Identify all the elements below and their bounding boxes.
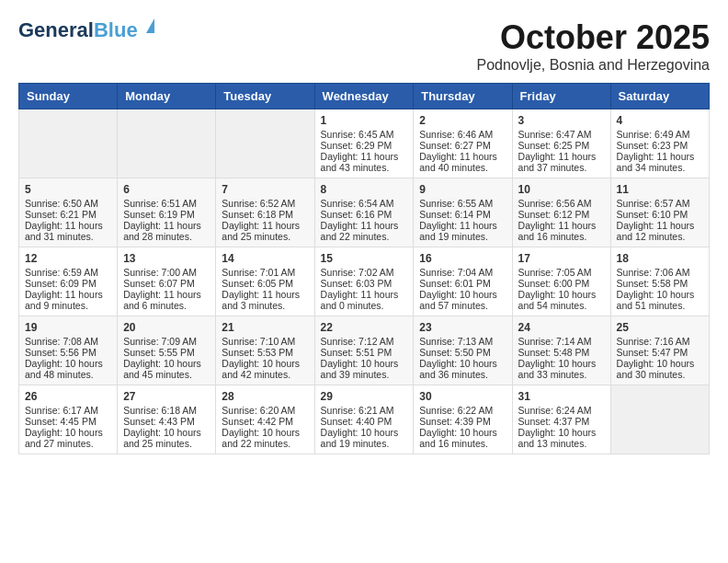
day-info: Sunset: 6:09 PM	[25, 278, 111, 289]
day-info: Sunset: 5:58 PM	[617, 278, 703, 289]
day-info: Daylight: 10 hours	[321, 427, 408, 438]
day-info: Sunrise: 7:10 AM	[222, 336, 308, 347]
day-info: Sunrise: 6:52 AM	[222, 198, 308, 209]
day-info: Sunset: 6:25 PM	[518, 140, 605, 151]
day-info: Sunset: 6:21 PM	[25, 209, 111, 220]
day-info: Sunrise: 6:18 AM	[123, 405, 210, 416]
day-info: Daylight: 10 hours	[25, 427, 111, 438]
calendar-cell: 25Sunrise: 7:16 AMSunset: 5:47 PMDayligh…	[610, 316, 709, 385]
calendar-cell: 22Sunrise: 7:12 AMSunset: 5:51 PMDayligh…	[314, 316, 414, 385]
day-info: Sunset: 6:23 PM	[617, 140, 703, 151]
calendar-cell: 21Sunrise: 7:10 AMSunset: 5:53 PMDayligh…	[216, 316, 314, 385]
day-info: Sunset: 4:42 PM	[222, 416, 308, 427]
day-info: Sunset: 4:45 PM	[25, 416, 111, 427]
day-number: 14	[222, 252, 308, 265]
calendar-cell: 16Sunrise: 7:04 AMSunset: 6:01 PMDayligh…	[414, 247, 512, 316]
day-info: and 9 minutes.	[25, 300, 111, 311]
day-number: 7	[222, 183, 308, 196]
day-number: 28	[222, 390, 308, 403]
day-info: Sunrise: 6:45 AM	[321, 129, 408, 140]
day-info: Sunset: 6:19 PM	[123, 209, 210, 220]
day-number: 4	[617, 114, 703, 127]
calendar-week-row: 12Sunrise: 6:59 AMSunset: 6:09 PMDayligh…	[19, 247, 710, 316]
calendar-cell: 31Sunrise: 6:24 AMSunset: 4:37 PMDayligh…	[512, 385, 610, 454]
calendar-cell: 26Sunrise: 6:17 AMSunset: 4:45 PMDayligh…	[19, 385, 118, 454]
day-number: 13	[123, 252, 210, 265]
weekday-header-row: SundayMondayTuesdayWednesdayThursdayFrid…	[19, 84, 710, 109]
day-info: Daylight: 10 hours	[518, 289, 605, 300]
day-info: Daylight: 11 hours	[518, 151, 605, 162]
day-info: Sunset: 6:29 PM	[321, 140, 408, 151]
day-info: Sunset: 5:56 PM	[25, 347, 111, 358]
calendar-cell	[610, 385, 709, 454]
day-info: Daylight: 11 hours	[321, 289, 408, 300]
day-number: 6	[123, 183, 210, 196]
calendar-cell: 13Sunrise: 7:00 AMSunset: 6:07 PMDayligh…	[118, 247, 216, 316]
day-info: Daylight: 10 hours	[123, 427, 210, 438]
day-info: Sunrise: 7:05 AM	[518, 267, 605, 278]
day-info: Daylight: 10 hours	[617, 289, 703, 300]
calendar-cell: 6Sunrise: 6:51 AMSunset: 6:19 PMDaylight…	[118, 178, 216, 247]
day-info: Sunset: 6:16 PM	[321, 209, 408, 220]
calendar-cell: 28Sunrise: 6:20 AMSunset: 4:42 PMDayligh…	[216, 385, 314, 454]
day-info: and 57 minutes.	[419, 300, 506, 311]
day-info: Daylight: 11 hours	[123, 220, 210, 231]
day-info: Sunset: 6:03 PM	[321, 278, 408, 289]
day-info: Daylight: 10 hours	[419, 289, 506, 300]
day-number: 23	[419, 321, 506, 334]
day-info: Daylight: 11 hours	[617, 151, 703, 162]
calendar-cell: 12Sunrise: 6:59 AMSunset: 6:09 PMDayligh…	[19, 247, 118, 316]
logo-blue: Blue	[94, 18, 138, 41]
page-header: GeneralBlue October 2025 Podnovlje, Bosn…	[18, 18, 710, 74]
day-info: and 42 minutes.	[222, 369, 308, 380]
day-number: 1	[321, 114, 408, 127]
day-info: and 36 minutes.	[419, 369, 506, 380]
calendar-cell: 18Sunrise: 7:06 AMSunset: 5:58 PMDayligh…	[610, 247, 709, 316]
day-info: and 33 minutes.	[518, 369, 605, 380]
day-info: and 39 minutes.	[321, 369, 408, 380]
calendar-table: SundayMondayTuesdayWednesdayThursdayFrid…	[18, 83, 710, 454]
day-info: and 37 minutes.	[518, 162, 605, 173]
day-info: and 3 minutes.	[222, 300, 308, 311]
calendar-cell: 20Sunrise: 7:09 AMSunset: 5:55 PMDayligh…	[118, 316, 216, 385]
day-info: Daylight: 10 hours	[518, 358, 605, 369]
calendar-cell: 8Sunrise: 6:54 AMSunset: 6:16 PMDaylight…	[314, 178, 414, 247]
day-info: and 30 minutes.	[617, 369, 703, 380]
day-info: and 43 minutes.	[321, 162, 408, 173]
weekday-header-thursday: Thursday	[414, 84, 512, 109]
day-number: 5	[25, 183, 111, 196]
day-number: 31	[518, 390, 605, 403]
day-info: Sunset: 4:40 PM	[321, 416, 408, 427]
day-info: Sunrise: 6:17 AM	[25, 405, 111, 416]
day-info: Daylight: 11 hours	[419, 220, 506, 231]
day-info: Sunrise: 7:04 AM	[419, 267, 506, 278]
logo-general: General	[18, 18, 94, 41]
day-info: Sunset: 4:43 PM	[123, 416, 210, 427]
day-info: Daylight: 11 hours	[222, 220, 308, 231]
day-info: Sunset: 6:27 PM	[419, 140, 506, 151]
day-info: and 34 minutes.	[617, 162, 703, 173]
day-number: 11	[617, 183, 703, 196]
day-info: and 16 minutes.	[419, 438, 506, 449]
weekday-header-monday: Monday	[118, 84, 216, 109]
day-number: 29	[321, 390, 408, 403]
day-info: Daylight: 10 hours	[419, 358, 506, 369]
day-info: Sunrise: 6:57 AM	[617, 198, 703, 209]
day-info: Sunrise: 7:16 AM	[617, 336, 703, 347]
calendar-cell: 29Sunrise: 6:21 AMSunset: 4:40 PMDayligh…	[314, 385, 414, 454]
day-info: Sunset: 6:07 PM	[123, 278, 210, 289]
day-info: Sunrise: 6:46 AM	[419, 129, 506, 140]
day-info: Daylight: 11 hours	[419, 151, 506, 162]
day-number: 15	[321, 252, 408, 265]
day-info: Sunrise: 7:02 AM	[321, 267, 408, 278]
day-number: 9	[419, 183, 506, 196]
day-number: 25	[617, 321, 703, 334]
day-info: Sunset: 6:14 PM	[419, 209, 506, 220]
day-info: Sunrise: 6:24 AM	[518, 405, 605, 416]
day-info: Daylight: 11 hours	[25, 289, 111, 300]
day-info: Sunset: 6:10 PM	[617, 209, 703, 220]
day-info: Sunrise: 7:08 AM	[25, 336, 111, 347]
day-info: Sunset: 5:51 PM	[321, 347, 408, 358]
weekday-header-saturday: Saturday	[610, 84, 709, 109]
day-info: Sunrise: 6:59 AM	[25, 267, 111, 278]
